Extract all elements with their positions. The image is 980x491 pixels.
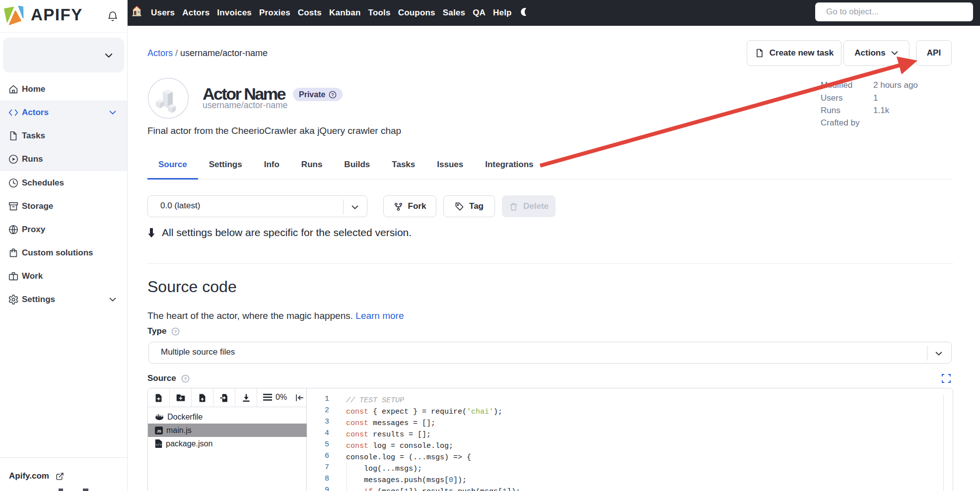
- svg-text:</>: </>: [156, 443, 162, 447]
- svg-text:?: ?: [332, 92, 335, 97]
- svg-text:JS: JS: [157, 429, 161, 433]
- svg-text:?: ?: [174, 328, 177, 334]
- svg-text:?: ?: [184, 375, 187, 381]
